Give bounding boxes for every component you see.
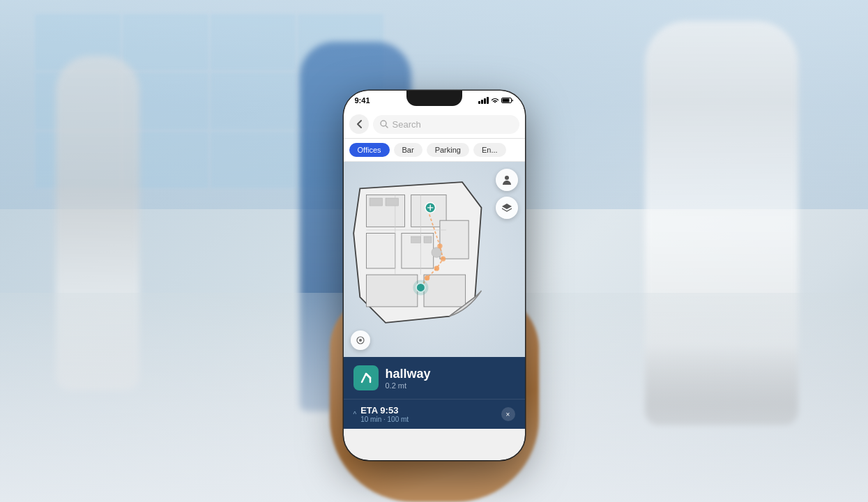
- navigation-info: hallway 0.2 mt: [386, 367, 515, 390]
- svg-rect-9: [366, 275, 417, 307]
- svg-point-20: [434, 266, 439, 271]
- phone-device: 9:41: [344, 91, 525, 460]
- search-placeholder: Search: [393, 119, 421, 130]
- svg-rect-10: [424, 275, 466, 307]
- floor-plan: [347, 165, 501, 340]
- svg-point-22: [437, 243, 442, 248]
- user-location-button[interactable]: [496, 169, 518, 191]
- svg-rect-17: [411, 236, 420, 243]
- eta-info: ETA 9:53 10 min · 100 mt: [360, 405, 496, 423]
- status-time: 9:41: [355, 96, 370, 105]
- phone-screen: 9:41: [344, 91, 525, 460]
- svg-point-2: [381, 121, 386, 126]
- svg-rect-8: [439, 220, 468, 259]
- eta-close-button[interactable]: ×: [501, 407, 515, 421]
- svg-rect-1: [502, 99, 509, 102]
- svg-point-21: [440, 257, 445, 261]
- svg-rect-18: [424, 236, 432, 243]
- svg-point-28: [359, 339, 362, 342]
- map-area[interactable]: [344, 162, 525, 357]
- battery-icon: [501, 97, 514, 104]
- turn-right-icon: [353, 365, 379, 390]
- svg-point-26: [505, 176, 509, 180]
- layers-button[interactable]: [496, 197, 518, 219]
- eta-bar[interactable]: ^ ETA 9:53 10 min · 100 mt ×: [344, 399, 525, 429]
- back-button[interactable]: [349, 114, 369, 134]
- svg-point-24: [413, 280, 428, 295]
- pill-more[interactable]: En...: [473, 143, 506, 157]
- eta-details: 10 min · 100 mt: [360, 416, 496, 423]
- svg-rect-15: [386, 198, 398, 206]
- search-bar[interactable]: Search: [344, 110, 525, 139]
- pill-bar[interactable]: Bar: [394, 143, 422, 157]
- signal-icon: [478, 97, 489, 104]
- svg-rect-14: [370, 198, 382, 206]
- pill-parking[interactable]: Parking: [427, 143, 469, 157]
- svg-rect-6: [366, 234, 395, 268]
- destination-name: hallway: [386, 367, 515, 381]
- pill-offices[interactable]: Offices: [349, 143, 390, 157]
- status-icons: [478, 97, 514, 104]
- navigation-card: hallway 0.2 mt: [344, 357, 525, 399]
- svg-point-19: [424, 275, 429, 280]
- search-input[interactable]: Search: [373, 115, 519, 134]
- compass-button[interactable]: [351, 330, 370, 350]
- eta-expand-icon[interactable]: ^: [353, 411, 357, 418]
- destination-distance: 0.2 mt: [386, 381, 515, 390]
- eta-time: ETA 9:53: [360, 405, 496, 416]
- search-icon: [380, 120, 388, 128]
- category-pills: Offices Bar Parking En...: [344, 139, 525, 162]
- phone-body: 9:41: [344, 91, 525, 460]
- wifi-icon: [491, 97, 499, 104]
- phone-notch: [406, 91, 462, 106]
